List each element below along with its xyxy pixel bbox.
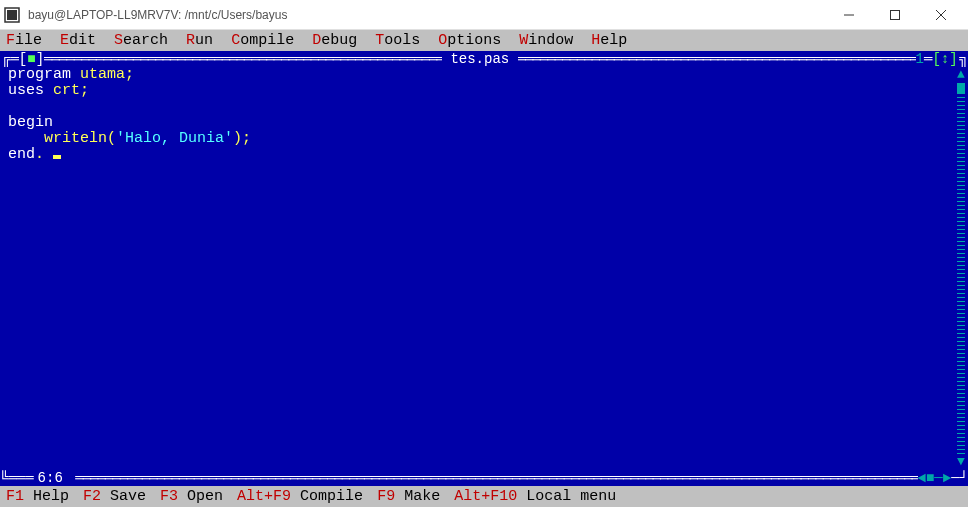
close-box-icon[interactable]: [■] (19, 51, 44, 67)
menu-debug[interactable]: Debug (312, 32, 357, 49)
menu-window[interactable]: Window (519, 32, 573, 49)
minimize-button[interactable] (826, 0, 872, 30)
menu-edit[interactable]: Edit (60, 32, 96, 49)
shortcut-localmenu[interactable]: Alt+F10 Local menu (454, 488, 616, 505)
shortcut-open[interactable]: F3 Open (160, 488, 223, 505)
shortcut-compile[interactable]: Alt+F9 Compile (237, 488, 363, 505)
shortcut-make[interactable]: F9 Make (377, 488, 440, 505)
menu-help[interactable]: Help (591, 32, 627, 49)
scroll-up-icon[interactable]: ▲ (957, 67, 965, 83)
window-title: bayu@LAPTOP-LL9MRV7V: /mnt/c/Users/bayus (28, 8, 826, 22)
zoom-box-icon[interactable]: [↕] (932, 51, 959, 67)
window-controls (826, 0, 964, 30)
close-button[interactable] (918, 0, 964, 30)
editor-filename: tes.pas (450, 51, 509, 67)
svg-rect-1 (7, 10, 17, 20)
menu-search[interactable]: Search (114, 32, 168, 49)
ide-area: ╔═[■] tes.pas 1═[↕]╗ program utama; uses… (0, 51, 968, 486)
maximize-button[interactable] (872, 0, 918, 30)
code-editor[interactable]: program utama; uses crt; begin writeln('… (8, 67, 954, 470)
menu-run[interactable]: Run (186, 32, 213, 49)
app-icon (4, 7, 20, 23)
scroll-thumb[interactable] (957, 83, 965, 93)
menu-options[interactable]: Options (438, 32, 501, 49)
scroll-track[interactable] (957, 83, 965, 454)
hscroll-right-icon[interactable]: ► (943, 470, 951, 486)
menu-file[interactable]: File (6, 32, 42, 49)
text-cursor (53, 155, 61, 159)
editor-window: ╔═[■] tes.pas 1═[↕]╗ program utama; uses… (0, 51, 968, 486)
menu-bar: File Edit Search Run Compile Debug Tools… (0, 30, 968, 51)
vertical-scrollbar[interactable]: ▲ ▼ (954, 67, 968, 470)
status-bar: F1 Help F2 Save F3 Open Alt+F9 Compile F… (0, 486, 968, 507)
shortcut-help[interactable]: F1 Help (6, 488, 69, 505)
cursor-position: 6:6 (34, 470, 67, 486)
editor-frame-top: ╔═[■] tes.pas 1═[↕]╗ (0, 51, 968, 67)
hscroll-left-icon[interactable]: ◄ (918, 470, 926, 486)
window-titlebar: bayu@LAPTOP-LL9MRV7V: /mnt/c/Users/bayus (0, 0, 968, 30)
window-number: 1 (916, 51, 924, 67)
editor-frame-bottom: ╚═══6:6 ◄■─►─┘ (0, 470, 968, 486)
shortcut-save[interactable]: F2 Save (83, 488, 146, 505)
scroll-down-icon[interactable]: ▼ (957, 454, 965, 470)
svg-rect-3 (891, 10, 900, 19)
menu-tools[interactable]: Tools (375, 32, 420, 49)
menu-compile[interactable]: Compile (231, 32, 294, 49)
